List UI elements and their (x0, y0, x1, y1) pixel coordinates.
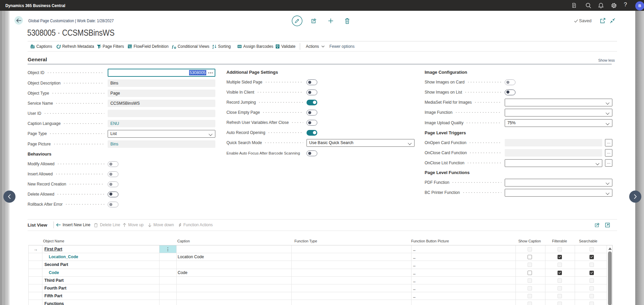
svg-text:Z: Z (212, 46, 214, 49)
svg-text:f: f (172, 44, 174, 49)
